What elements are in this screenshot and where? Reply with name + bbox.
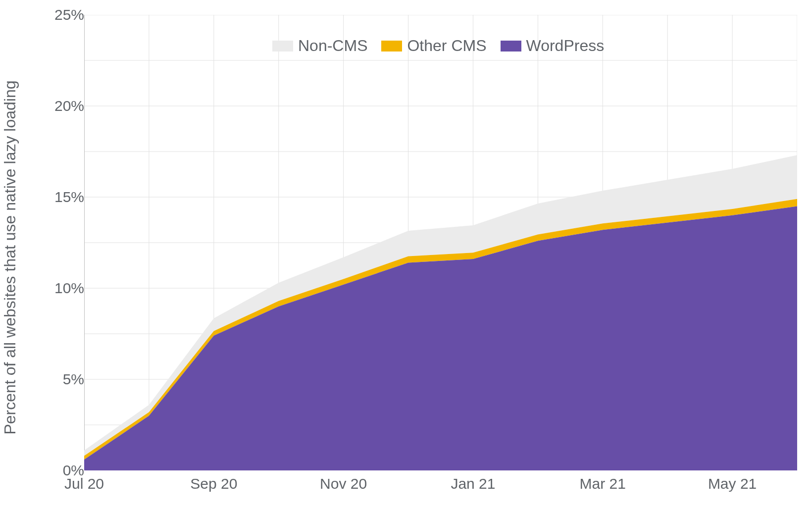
legend-swatch-wordpress [501, 41, 521, 52]
legend-item-othercms: Other CMS [381, 37, 486, 55]
legend-swatch-othercms [381, 41, 402, 52]
y-tick-labels: 0%5%10%15%20%25% [45, 15, 84, 470]
plot-area: Non-CMS Other CMS WordPress [84, 15, 797, 470]
y-tick: 10% [54, 280, 84, 297]
legend: Non-CMS Other CMS WordPress [272, 37, 604, 55]
y-axis-label: Percent of all websites that use native … [1, 80, 19, 434]
x-tick: Nov 20 [320, 475, 367, 492]
plot-svg [84, 15, 797, 470]
legend-swatch-noncms [272, 41, 293, 52]
x-tick: Mar 21 [580, 475, 626, 492]
legend-label-noncms: Non-CMS [298, 37, 367, 55]
x-tick: Jan 21 [451, 475, 495, 492]
chart-container: Percent of all websites that use native … [0, 0, 812, 515]
x-tick-labels: Jul 20Sep 20Nov 20Jan 21Mar 21May 21 [84, 475, 797, 505]
x-tick: May 21 [708, 475, 757, 492]
y-tick: 15% [54, 189, 84, 206]
x-tick: Sep 20 [190, 475, 237, 492]
x-tick: Jul 20 [64, 475, 104, 492]
legend-label-wordpress: WordPress [526, 37, 605, 55]
y-tick: 20% [54, 98, 84, 114]
y-tick: 5% [63, 371, 84, 388]
legend-label-othercms: Other CMS [407, 37, 486, 55]
legend-item-wordpress: WordPress [501, 37, 605, 55]
legend-item-noncms: Non-CMS [272, 37, 367, 55]
y-tick: 25% [54, 6, 84, 23]
